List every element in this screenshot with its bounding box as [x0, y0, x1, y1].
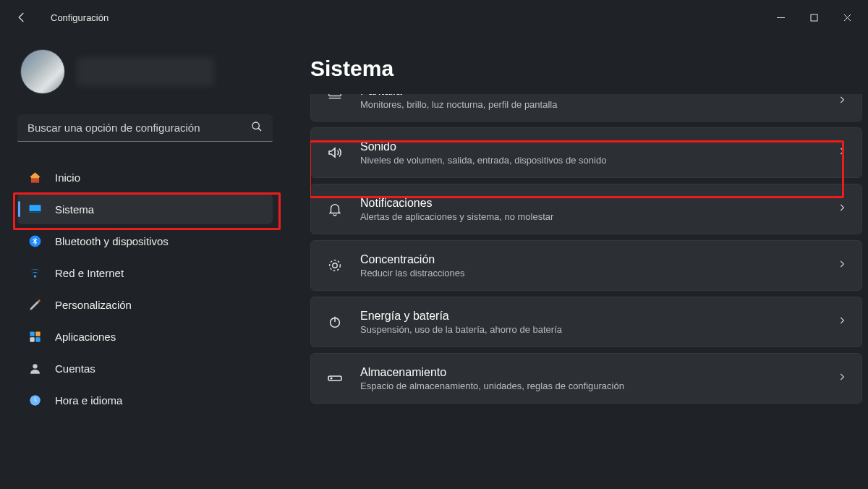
sidebar-item-label: Cuentas	[55, 362, 95, 375]
card-title: Almacenamiento	[360, 366, 624, 379]
card-notificaciones[interactable]: Notificaciones Alertas de aplicaciones y…	[310, 184, 862, 234]
card-subtitle: Niveles de volumen, salida, entrada, dis…	[360, 155, 606, 166]
storage-icon	[326, 370, 344, 387]
card-energia[interactable]: Energía y batería Suspensión, uso de la …	[310, 297, 862, 347]
personalization-icon	[27, 297, 42, 312]
card-subtitle: Suspensión, uso de la batería, ahorro de…	[360, 324, 562, 335]
svg-rect-10	[30, 331, 34, 336]
focus-icon	[326, 258, 344, 273]
sidebar-item-inicio[interactable]: Inicio	[17, 162, 273, 192]
window-title: Configuración	[51, 12, 109, 23]
sidebar-item-hora[interactable]: Hora e idioma	[17, 385, 273, 415]
sound-icon	[326, 144, 344, 161]
svg-point-4	[252, 122, 259, 129]
close-button[interactable]	[830, 6, 864, 29]
chevron-right-icon	[837, 95, 847, 108]
sidebar-item-label: Sistema	[55, 203, 94, 216]
sidebar-item-label: Aplicaciones	[55, 331, 116, 343]
window-controls	[764, 6, 864, 29]
card-title: Pantalla	[360, 94, 557, 98]
card-text: Sonido Niveles de volumen, salida, entra…	[360, 140, 606, 166]
close-icon	[843, 14, 851, 22]
bluetooth-icon	[27, 234, 42, 248]
search-icon	[251, 121, 263, 135]
apps-icon	[27, 329, 42, 344]
svg-point-20	[333, 263, 337, 268]
card-text: Concentración Reducir las distracciones	[360, 253, 465, 278]
sidebar: Inicio Sistema Bluetooth y dispositivos	[0, 35, 286, 489]
main-content: Sistema Pantalla Monitores, brillo, luz …	[286, 35, 868, 489]
sidebar-item-cuentas[interactable]: Cuentas	[17, 353, 273, 383]
settings-window: Configuración	[0, 0, 868, 489]
card-pantalla[interactable]: Pantalla Monitores, brillo, luz nocturna…	[310, 94, 862, 122]
card-almacenamiento[interactable]: Almacenamiento Espacio de almacenamiento…	[310, 353, 862, 404]
card-title: Notificaciones	[360, 197, 553, 210]
sidebar-item-label: Bluetooth y dispositivos	[55, 235, 169, 247]
svg-point-19	[330, 260, 341, 271]
sidebar-item-label: Hora e idioma	[55, 394, 122, 407]
chevron-right-icon	[837, 372, 847, 385]
card-title: Energía y batería	[360, 310, 562, 323]
sidebar-item-aplicaciones[interactable]: Aplicaciones	[17, 321, 273, 352]
accounts-icon	[27, 361, 42, 375]
svg-rect-1	[811, 14, 817, 21]
display-icon	[326, 94, 344, 101]
user-profile[interactable]	[20, 49, 273, 94]
sidebar-item-label: Red e Internet	[55, 267, 124, 279]
svg-rect-8	[29, 211, 41, 212]
chevron-right-icon	[837, 259, 847, 272]
card-text: Pantalla Monitores, brillo, luz nocturna…	[360, 94, 557, 110]
card-subtitle: Alertas de aplicaciones y sistema, no mo…	[360, 211, 553, 222]
sidebar-item-personalizacion[interactable]: Personalización	[17, 289, 273, 320]
svg-point-24	[331, 378, 332, 379]
card-text: Almacenamiento Espacio de almacenamiento…	[360, 366, 624, 391]
chevron-right-icon	[837, 203, 847, 216]
minimize-button[interactable]	[764, 6, 797, 29]
power-icon	[326, 314, 344, 330]
card-title: Sonido	[360, 140, 606, 153]
card-text: Notificaciones Alertas de aplicaciones y…	[360, 197, 553, 222]
sidebar-item-red[interactable]: Red e Internet	[17, 258, 273, 288]
svg-rect-6	[30, 178, 38, 182]
user-name-blurred	[77, 57, 214, 86]
minimize-icon	[777, 14, 785, 22]
sidebar-item-label: Personalización	[55, 299, 132, 311]
card-text: Energía y batería Suspensión, uso de la …	[360, 310, 562, 335]
svg-rect-17	[329, 94, 341, 96]
sidebar-item-label: Inicio	[55, 171, 80, 184]
svg-point-14	[33, 364, 37, 368]
settings-card-list: Pantalla Monitores, brillo, luz nocturna…	[310, 94, 864, 404]
back-button[interactable]	[13, 9, 30, 26]
card-concentracion[interactable]: Concentración Reducir las distracciones	[310, 240, 862, 291]
titlebar: Configuración	[0, 0, 868, 35]
wifi-icon	[27, 265, 42, 280]
bell-icon	[326, 201, 344, 217]
body: Inicio Sistema Bluetooth y dispositivos	[0, 35, 868, 489]
chevron-right-icon	[837, 315, 847, 328]
titlebar-left: Configuración	[13, 9, 109, 26]
svg-line-5	[258, 128, 261, 131]
card-subtitle: Reducir las distracciones	[360, 268, 465, 278]
svg-rect-12	[30, 337, 34, 341]
arrow-left-icon	[15, 11, 28, 24]
sidebar-nav: Inicio Sistema Bluetooth y dispositivos	[17, 162, 273, 415]
sidebar-item-bluetooth[interactable]: Bluetooth y dispositivos	[17, 226, 273, 256]
search-input[interactable]	[17, 114, 273, 142]
svg-rect-13	[35, 337, 40, 341]
sidebar-item-sistema[interactable]: Sistema	[17, 194, 273, 224]
home-icon	[27, 170, 42, 184]
chevron-right-icon	[837, 146, 847, 159]
search-box[interactable]	[17, 114, 273, 142]
system-icon	[27, 202, 42, 216]
page-title: Sistema	[310, 56, 864, 81]
avatar	[20, 49, 65, 94]
card-subtitle: Monitores, brillo, luz nocturna, perfil …	[360, 99, 557, 110]
card-subtitle: Espacio de almacenamiento, unidades, reg…	[360, 380, 624, 391]
card-sonido[interactable]: Sonido Niveles de volumen, salida, entra…	[310, 127, 862, 178]
svg-rect-11	[35, 331, 40, 336]
time-language-icon	[27, 393, 42, 407]
maximize-button[interactable]	[797, 6, 830, 29]
maximize-icon	[810, 14, 818, 22]
card-title: Concentración	[360, 253, 465, 266]
